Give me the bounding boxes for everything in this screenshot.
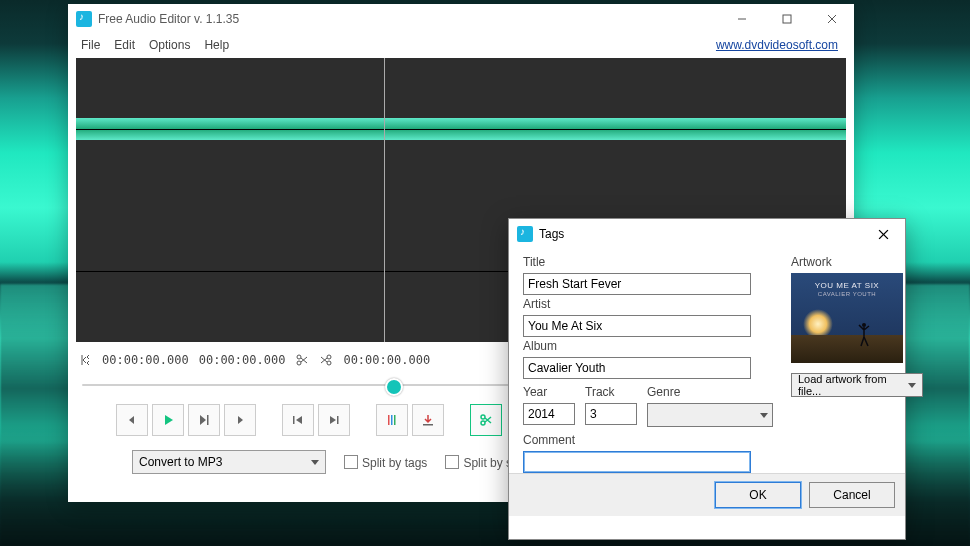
artwork-preview: YOU ME AT SIX CAVALIER YOUTH: [791, 273, 903, 363]
selection-start-time: 00:00:00.000: [102, 353, 189, 367]
comment-input[interactable]: [523, 451, 751, 473]
menu-edit[interactable]: Edit: [107, 35, 142, 55]
playhead[interactable]: [384, 58, 385, 342]
marker-add-button[interactable]: [376, 404, 408, 436]
artist-label: Artist: [523, 297, 773, 311]
cut-button[interactable]: [470, 404, 502, 436]
vendor-link[interactable]: www.dvdvideosoft.com: [716, 38, 838, 52]
menu-file[interactable]: File: [74, 35, 107, 55]
year-input[interactable]: [523, 403, 575, 425]
skip-start-button[interactable]: [282, 404, 314, 436]
album-label: Album: [523, 339, 773, 353]
chevron-down-icon: [908, 383, 916, 388]
svg-rect-269: [423, 424, 433, 426]
track-label: Track: [585, 385, 637, 399]
year-label: Year: [523, 385, 575, 399]
svg-point-259: [297, 355, 301, 359]
play-button[interactable]: [152, 404, 184, 436]
menu-help[interactable]: Help: [197, 35, 236, 55]
menubar: File Edit Options Help www.dvdvideosoft.…: [68, 34, 854, 56]
comment-label: Comment: [523, 433, 773, 447]
window-controls: [719, 5, 854, 33]
split-by-tags-checkbox[interactable]: Split by tags: [344, 455, 427, 470]
svg-point-260: [297, 361, 301, 365]
genre-select[interactable]: [647, 403, 773, 427]
cancel-button[interactable]: Cancel: [809, 482, 895, 508]
dialog-titlebar: Tags: [509, 219, 905, 249]
svg-rect-264: [293, 416, 295, 424]
app-icon: [76, 11, 92, 27]
svg-rect-1: [783, 15, 791, 23]
waveform-channel-left: [76, 58, 846, 200]
menu-options[interactable]: Options: [142, 35, 197, 55]
cut-right-icon: [319, 353, 333, 367]
genre-label: Genre: [647, 385, 773, 399]
svg-rect-267: [391, 415, 393, 425]
selection-start-icon: [78, 353, 92, 367]
artwork-label: Artwork: [791, 255, 909, 269]
close-button[interactable]: [809, 5, 854, 33]
svg-point-271: [481, 421, 485, 425]
svg-point-270: [481, 415, 485, 419]
minimize-button[interactable]: [719, 5, 764, 33]
tags-dialog: Tags Title Artist Album Year Track Genre: [508, 218, 906, 540]
play-selection-button[interactable]: [188, 404, 220, 436]
album-input[interactable]: [523, 357, 751, 379]
svg-rect-263: [207, 415, 209, 425]
svg-point-261: [327, 355, 331, 359]
convert-format-label: Convert to MP3: [139, 455, 222, 469]
split-by-silence-checkbox[interactable]: Split by s: [445, 455, 512, 470]
dialog-close-button[interactable]: [869, 221, 897, 247]
maximize-button[interactable]: [764, 5, 809, 33]
svg-point-262: [327, 361, 331, 365]
svg-rect-266: [388, 415, 390, 425]
skip-end-button[interactable]: [318, 404, 350, 436]
dialog-title: Tags: [539, 227, 564, 241]
svg-rect-265: [337, 416, 339, 424]
track-input[interactable]: [585, 403, 637, 425]
window-title: Free Audio Editor v. 1.1.35: [98, 12, 239, 26]
convert-format-select[interactable]: Convert to MP3: [132, 450, 326, 474]
load-artwork-button[interactable]: Load artwork from file...: [791, 373, 923, 397]
selection-end-time: 00:00:00.000: [199, 353, 286, 367]
artwork-band-text: YOU ME AT SIX: [791, 281, 903, 290]
title-label: Title: [523, 255, 773, 269]
dialog-button-row: OK Cancel: [509, 473, 905, 516]
dialog-app-icon: [517, 226, 533, 242]
titlebar: Free Audio Editor v. 1.1.35: [68, 4, 854, 34]
svg-point-277: [862, 323, 866, 327]
ok-button[interactable]: OK: [715, 482, 801, 508]
current-time: 00:00:00.000: [343, 353, 430, 367]
artist-input[interactable]: [523, 315, 751, 337]
cut-left-icon: [295, 353, 309, 367]
svg-rect-268: [394, 415, 396, 425]
seek-back-button[interactable]: [116, 404, 148, 436]
chevron-down-icon: [311, 460, 319, 465]
title-input[interactable]: [523, 273, 751, 295]
seek-forward-button[interactable]: [224, 404, 256, 436]
slider-thumb[interactable]: [385, 378, 403, 396]
artwork-album-text: CAVALIER YOUTH: [791, 291, 903, 297]
marker-download-button[interactable]: [412, 404, 444, 436]
chevron-down-icon: [760, 413, 768, 418]
